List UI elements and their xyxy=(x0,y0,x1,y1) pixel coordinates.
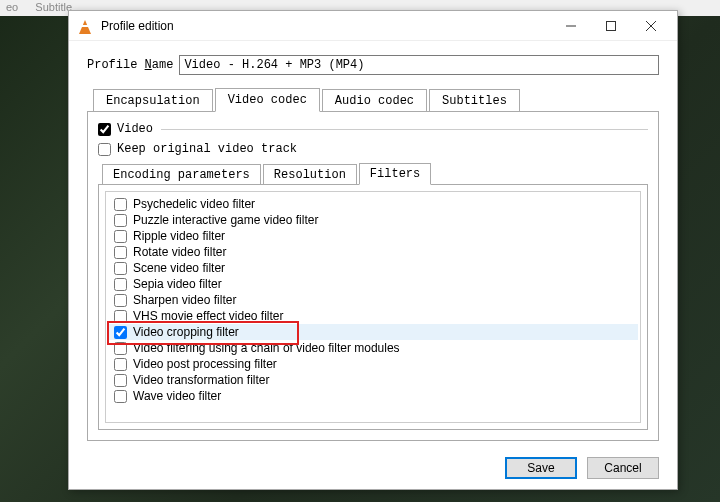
keep-original-label: Keep original video track xyxy=(117,142,297,156)
filter-item[interactable]: Psychedelic video filter xyxy=(108,196,638,212)
filter-item[interactable]: Sharpen video filter xyxy=(108,292,638,308)
filter-label: Video transformation filter xyxy=(133,373,270,387)
codec-tabs: Encapsulation Video codec Audio codec Su… xyxy=(87,87,659,111)
filter-checkbox[interactable] xyxy=(114,198,127,211)
filter-item[interactable]: Video filtering using a chain of video f… xyxy=(108,340,638,356)
filter-checkbox[interactable] xyxy=(114,374,127,387)
profile-name-label: Profile Name xyxy=(87,58,173,72)
filter-item[interactable]: Puzzle interactive game video filter xyxy=(108,212,638,228)
filter-label: VHS movie effect video filter xyxy=(133,309,284,323)
filter-label: Video cropping filter xyxy=(133,325,239,339)
tab-audio-codec[interactable]: Audio codec xyxy=(322,89,427,112)
filter-label: Wave video filter xyxy=(133,389,221,403)
filter-checkbox[interactable] xyxy=(114,310,127,323)
tab-resolution[interactable]: Resolution xyxy=(263,164,357,185)
filter-checkbox[interactable] xyxy=(114,326,127,339)
filter-checkbox[interactable] xyxy=(114,230,127,243)
profile-edition-dialog: Profile edition Profile Name Encapsulati… xyxy=(68,10,678,490)
window-title: Profile edition xyxy=(101,19,551,33)
filter-label: Scene video filter xyxy=(133,261,225,275)
filter-item[interactable]: Ripple video filter xyxy=(108,228,638,244)
tab-encoding-parameters[interactable]: Encoding parameters xyxy=(102,164,261,185)
tab-filters[interactable]: Filters xyxy=(359,163,431,185)
filter-checkbox[interactable] xyxy=(114,246,127,259)
filter-label: Sepia video filter xyxy=(133,277,222,291)
cancel-button[interactable]: Cancel xyxy=(587,457,659,479)
filter-checkbox[interactable] xyxy=(114,214,127,227)
filter-label: Rotate video filter xyxy=(133,245,226,259)
video-sub-tabs: Encoding parameters Resolution Filters xyxy=(98,162,648,184)
filter-item[interactable]: Video transformation filter xyxy=(108,372,638,388)
filter-item[interactable]: Scene video filter xyxy=(108,260,638,276)
keep-original-checkbox[interactable] xyxy=(98,143,111,156)
filter-item[interactable]: VHS movie effect video filter xyxy=(108,308,638,324)
video-checkbox[interactable] xyxy=(98,123,111,136)
filter-checkbox[interactable] xyxy=(114,278,127,291)
svg-rect-1 xyxy=(607,21,616,30)
vlc-cone-icon xyxy=(77,18,93,34)
filter-label: Puzzle interactive game video filter xyxy=(133,213,318,227)
close-button[interactable] xyxy=(631,12,671,40)
filter-label: Psychedelic video filter xyxy=(133,197,255,211)
filter-checkbox[interactable] xyxy=(114,294,127,307)
divider xyxy=(161,129,648,130)
bg-menu-item: eo xyxy=(6,1,18,13)
minimize-button[interactable] xyxy=(551,12,591,40)
filter-item[interactable]: Sepia video filter xyxy=(108,276,638,292)
tab-video-codec[interactable]: Video codec xyxy=(215,88,320,112)
bg-menu-item: Subtitle xyxy=(35,1,72,13)
filter-checkbox[interactable] xyxy=(114,390,127,403)
filter-checkbox[interactable] xyxy=(114,262,127,275)
filter-label: Sharpen video filter xyxy=(133,293,236,307)
filter-item[interactable]: Rotate video filter xyxy=(108,244,638,260)
tab-encapsulation[interactable]: Encapsulation xyxy=(93,89,213,112)
maximize-button[interactable] xyxy=(591,12,631,40)
filter-label: Video post processing filter xyxy=(133,357,277,371)
filters-list[interactable]: Psychedelic video filterPuzzle interacti… xyxy=(105,191,641,423)
save-button[interactable]: Save xyxy=(505,457,577,479)
filter-checkbox[interactable] xyxy=(114,342,127,355)
filter-item[interactable]: Video post processing filter xyxy=(108,356,638,372)
filter-item[interactable]: Wave video filter xyxy=(108,388,638,404)
filter-item[interactable]: Video cropping filter xyxy=(108,324,638,340)
filter-label: Ripple video filter xyxy=(133,229,225,243)
titlebar[interactable]: Profile edition xyxy=(69,11,677,41)
profile-name-input[interactable] xyxy=(179,55,659,75)
filters-panel: Psychedelic video filterPuzzle interacti… xyxy=(98,184,648,430)
filter-label: Video filtering using a chain of video f… xyxy=(133,341,400,355)
filter-checkbox[interactable] xyxy=(114,358,127,371)
tab-subtitles[interactable]: Subtitles xyxy=(429,89,520,112)
video-label: Video xyxy=(117,122,153,136)
video-codec-panel: Video Keep original video track Encoding… xyxy=(87,111,659,441)
